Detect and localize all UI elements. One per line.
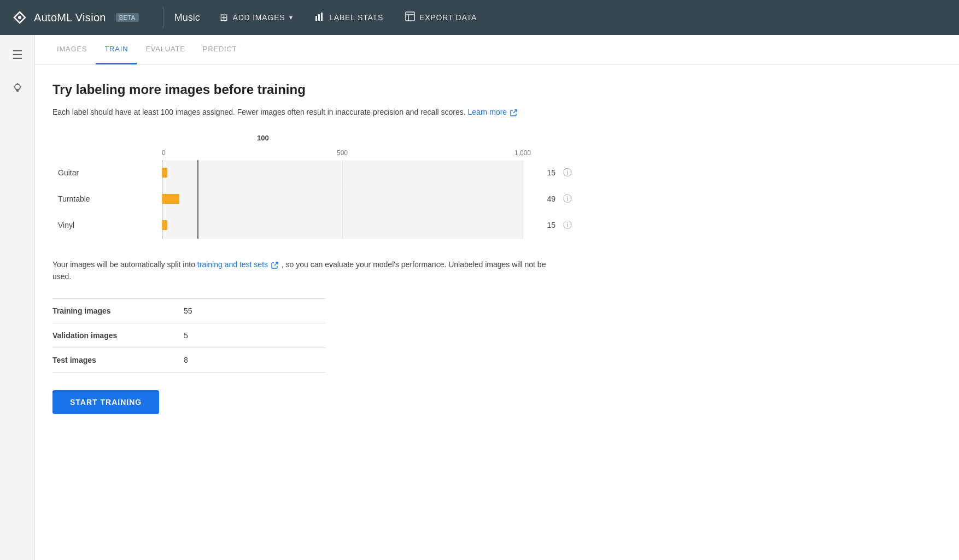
export-data-button[interactable]: EXPORT DATA: [403, 7, 479, 28]
main-content: IMAGES TRAIN EVALUATE PREDICT Try labeli…: [35, 35, 959, 560]
stats-label-training: Training images: [52, 298, 184, 323]
menu-icon[interactable]: ☰: [8, 44, 27, 67]
help-guitar[interactable]: ⓘ: [563, 167, 572, 179]
chart-body: Guitar 15 ⓘ Turntable 49 ⓘ: [162, 160, 523, 239]
sidebar: ☰: [0, 35, 35, 560]
svg-line-13: [513, 110, 517, 113]
value-turntable: 49: [547, 194, 555, 203]
bar-turntable: [162, 194, 179, 204]
label-stats-icon: [315, 11, 325, 24]
training-link-external-icon: [271, 260, 279, 271]
axis-label-500: 500: [337, 149, 348, 157]
beta-badge: BETA: [116, 13, 139, 22]
app-header: AutoML Vision BETA Music ⊞ ADD IMAGES ▾ …: [0, 0, 959, 35]
help-vinyl[interactable]: ⓘ: [563, 220, 572, 231]
header-actions: ⊞ ADD IMAGES ▾ LABEL STATS: [218, 7, 479, 28]
svg-point-8: [15, 84, 20, 90]
label-stats-button[interactable]: LABEL STATS: [313, 7, 385, 28]
axis-label-0: 0: [162, 149, 166, 157]
training-test-sets-link[interactable]: training and test sets: [197, 260, 268, 269]
stats-value-test: 8: [184, 347, 326, 372]
stats-label-validation: Validation images: [52, 323, 184, 347]
stats-row-training: Training images 55: [52, 298, 326, 323]
learn-more-link[interactable]: Learn more: [468, 108, 507, 116]
add-images-icon: ⊞: [220, 11, 229, 23]
svg-line-14: [274, 262, 278, 266]
app-name: AutoML Vision: [34, 11, 106, 24]
stats-row-validation: Validation images 5: [52, 323, 326, 347]
label-stats-label: LABEL STATS: [329, 13, 383, 22]
tab-predict[interactable]: PREDICT: [194, 35, 246, 64]
page-content: Try labeling more images before training…: [35, 64, 582, 436]
svg-rect-5: [406, 12, 414, 21]
learn-more-external-icon: [510, 107, 517, 119]
tab-images[interactable]: IMAGES: [48, 35, 96, 64]
header-divider: [163, 7, 163, 28]
app-body: ☰ IMAGES TRAIN EVALUATE PREDICT Try labe…: [0, 35, 959, 560]
lightbulb-icon[interactable]: [7, 78, 28, 102]
stats-table: Training images 55 Validation images 5 T…: [52, 298, 326, 373]
add-images-label: ADD IMAGES: [233, 13, 285, 22]
stats-row-test: Test images 8: [52, 347, 326, 372]
stats-value-validation: 5: [184, 323, 326, 347]
label-chart: 100 0 500 1,000: [52, 134, 564, 239]
automl-logo-icon: [11, 9, 28, 26]
stats-value-training: 55: [184, 298, 326, 323]
export-data-icon: [405, 11, 415, 24]
value-guitar: 15: [547, 168, 555, 177]
page-title: Try labeling more images before training: [52, 82, 564, 97]
info-text-before-link: Your images will be automatically split …: [52, 260, 195, 269]
page-description: Each label should have at least 100 imag…: [52, 106, 564, 119]
svg-rect-4: [321, 13, 323, 21]
axis-100-label: 100: [257, 134, 269, 142]
tabs-nav: IMAGES TRAIN EVALUATE PREDICT: [35, 35, 959, 64]
export-data-label: EXPORT DATA: [419, 13, 477, 22]
add-images-dropdown-icon: ▾: [289, 14, 293, 21]
chart-label-vinyl: Vinyl: [58, 221, 74, 229]
svg-rect-2: [315, 16, 317, 21]
stats-label-test: Test images: [52, 347, 184, 372]
svg-rect-3: [318, 14, 320, 21]
chart-label-turntable: Turntable: [58, 194, 90, 203]
start-training-button[interactable]: START TRAINING: [52, 390, 159, 414]
description-text: Each label should have at least 100 imag…: [52, 108, 466, 116]
logo-container: AutoML Vision BETA: [11, 9, 139, 26]
project-name: Music: [174, 12, 200, 23]
value-vinyl: 15: [547, 221, 555, 229]
bar-vinyl: [162, 220, 167, 230]
add-images-button[interactable]: ⊞ ADD IMAGES ▾: [218, 7, 296, 28]
help-turntable[interactable]: ⓘ: [563, 193, 572, 205]
axis-label-1000: 1,000: [514, 149, 531, 157]
chart-label-guitar: Guitar: [58, 168, 79, 177]
tab-evaluate[interactable]: EVALUATE: [137, 35, 194, 64]
bar-guitar: [162, 168, 167, 178]
info-section: Your images will be automatically split …: [52, 258, 564, 283]
tab-train[interactable]: TRAIN: [96, 35, 137, 64]
svg-point-1: [18, 16, 21, 19]
